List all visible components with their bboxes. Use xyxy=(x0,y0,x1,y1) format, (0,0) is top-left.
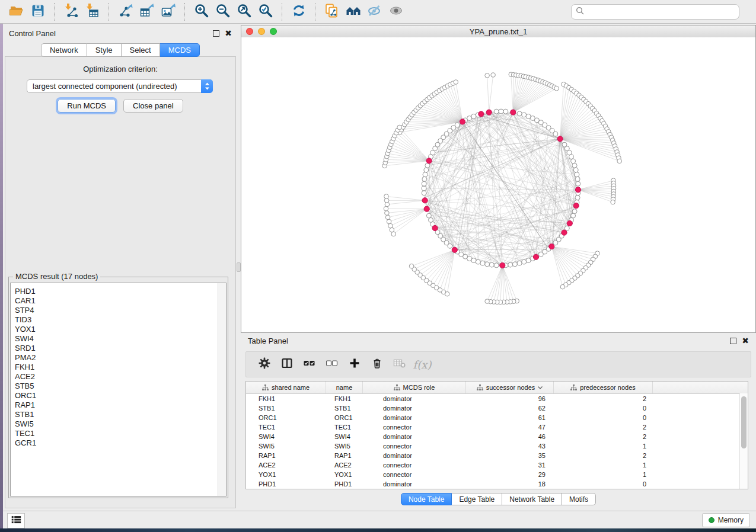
mcds-list-scrollbar[interactable] xyxy=(218,283,226,496)
close-window-icon[interactable] xyxy=(246,28,253,35)
tab-network[interactable]: Network xyxy=(41,43,87,57)
table-toolbar: f(x) xyxy=(245,351,751,377)
show-graphics-button[interactable] xyxy=(385,2,407,21)
column-visibility-button[interactable] xyxy=(276,354,298,374)
float-panel-icon[interactable] xyxy=(213,30,219,37)
select-stepper-icon xyxy=(201,79,213,93)
delete-column-button[interactable] xyxy=(366,354,388,374)
column-header-shared-name[interactable]: shared name xyxy=(246,382,326,393)
table-scrollbar[interactable] xyxy=(739,393,748,489)
zoom-selected-button[interactable] xyxy=(255,2,276,21)
network-view-window: YPA_prune.txt_1 xyxy=(241,25,756,333)
mcds-result-item[interactable]: PHD1 xyxy=(15,287,218,296)
mcds-result-item[interactable]: RAP1 xyxy=(15,400,218,410)
column-header-successor-nodes[interactable]: successor nodes xyxy=(466,382,554,393)
mcds-result-list[interactable]: PHD1CAR1STP4TID3YOX1SWI4SRD1PMA2FKH1ACE2… xyxy=(11,283,218,496)
tab-mcds[interactable]: MCDS xyxy=(160,43,200,57)
task-history-button[interactable] xyxy=(7,513,25,528)
network-window-titlebar[interactable]: YPA_prune.txt_1 xyxy=(241,25,755,38)
column-header-predecessor-nodes[interactable]: predecessor nodes xyxy=(554,382,653,393)
mcds-result-item[interactable]: SRD1 xyxy=(15,344,218,353)
import-table-button[interactable] xyxy=(82,2,103,21)
status-bar: Memory xyxy=(3,511,756,529)
optimization-criterion-select[interactable]: largest connected component (undirected) xyxy=(27,79,213,93)
run-mcds-button[interactable]: Run MCDS xyxy=(58,99,116,113)
unchecked-boxes-icon xyxy=(326,357,338,371)
table-tabs: Node TableEdge TableNetwork TableMotifs xyxy=(401,493,596,505)
table-row[interactable]: ORC1ORC1dominator610 xyxy=(246,413,748,422)
mcds-result-item[interactable]: PMA2 xyxy=(15,353,218,363)
mcds-result-item[interactable]: CAR1 xyxy=(15,296,218,306)
floppy-disk-icon xyxy=(30,3,46,21)
mcds-result-item[interactable]: GCR1 xyxy=(15,438,218,448)
toolbar-separator xyxy=(184,3,186,21)
table-row[interactable]: FKH1FKH1dominator962 xyxy=(246,394,748,403)
tab-style[interactable]: Style xyxy=(87,43,122,57)
table-row[interactable]: SWI4SWI4dominator462 xyxy=(246,432,748,441)
mcds-result-item[interactable]: STB5 xyxy=(15,382,218,391)
network-canvas[interactable] xyxy=(241,37,755,332)
deselect-all-button[interactable] xyxy=(321,354,343,374)
mcds-result-item[interactable]: ACE2 xyxy=(15,372,218,382)
toolbar-separator xyxy=(109,3,110,21)
memory-button[interactable]: Memory xyxy=(702,513,750,527)
tab-network-table[interactable]: Network Table xyxy=(502,493,562,505)
column-header-mcds-role[interactable]: MCDS role xyxy=(363,382,466,393)
save-session-button[interactable] xyxy=(27,2,49,21)
mcds-result-item[interactable]: STP4 xyxy=(15,306,218,315)
table-row[interactable]: ACE2ACE2connector311 xyxy=(246,460,748,470)
close-panel-icon[interactable]: ✖ xyxy=(225,29,232,37)
table-row[interactable]: TEC1TEC1connector472 xyxy=(246,422,748,432)
add-column-button[interactable] xyxy=(343,354,366,374)
export-image-button[interactable] xyxy=(158,2,179,21)
table-row[interactable]: YOX1YOX1connector291 xyxy=(246,470,748,479)
search-box[interactable] xyxy=(571,4,739,20)
mcds-result-item[interactable]: SWI5 xyxy=(15,419,218,429)
mcds-result-item[interactable]: YOX1 xyxy=(15,325,218,334)
splitter-handle[interactable] xyxy=(237,262,241,272)
clone-network-button[interactable] xyxy=(321,2,343,21)
minimize-window-icon[interactable] xyxy=(258,28,265,35)
tab-select[interactable]: Select xyxy=(122,43,160,57)
hide-graphics-button[interactable] xyxy=(364,2,385,21)
desktop-background-bottom xyxy=(0,528,756,532)
gear-icon xyxy=(259,357,270,371)
export-table-button[interactable] xyxy=(136,2,158,21)
refresh-layout-button[interactable] xyxy=(288,2,310,21)
delete-table-button[interactable] xyxy=(388,354,411,374)
function-builder-button[interactable]: f(x) xyxy=(411,354,433,374)
select-all-button[interactable] xyxy=(298,354,321,374)
search-input[interactable] xyxy=(587,7,735,17)
table-settings-button[interactable] xyxy=(253,354,276,374)
maximize-window-icon[interactable] xyxy=(270,28,277,35)
tab-edge-table[interactable]: Edge Table xyxy=(452,493,502,505)
main-toolbar xyxy=(0,0,756,24)
mcds-result-item[interactable]: STB1 xyxy=(15,410,218,419)
table-row[interactable]: RAP1RAP1dominator352 xyxy=(246,451,748,460)
mcds-result-item[interactable]: TID3 xyxy=(15,315,218,325)
zoom-in-button[interactable] xyxy=(191,2,212,21)
network-graph[interactable] xyxy=(241,37,755,332)
mcds-result-item[interactable]: SWI4 xyxy=(15,334,218,344)
zoom-out-button[interactable] xyxy=(212,2,234,21)
float-table-panel-icon[interactable] xyxy=(730,338,736,344)
table-row[interactable]: SWI5SWI5connector431 xyxy=(246,441,748,451)
open-file-button[interactable] xyxy=(6,2,27,21)
close-panel-button[interactable]: Close panel xyxy=(123,99,183,113)
mcds-result-item[interactable]: FKH1 xyxy=(15,363,218,372)
table-scrollbar-thumb[interactable] xyxy=(741,396,747,448)
desktop-background-left xyxy=(0,24,3,532)
column-header-name[interactable]: name xyxy=(326,382,363,393)
export-network-button[interactable] xyxy=(115,2,136,21)
table-row[interactable]: STB1STB1dominator620 xyxy=(246,403,748,413)
mcds-result-item[interactable]: TEC1 xyxy=(15,429,218,438)
first-neighbors-button[interactable] xyxy=(343,2,364,21)
import-table-icon xyxy=(85,3,100,21)
table-row[interactable]: PHD1PHD1dominator180 xyxy=(246,479,748,489)
tab-node-table[interactable]: Node Table xyxy=(401,493,452,505)
close-table-panel-icon[interactable]: ✖ xyxy=(742,336,749,345)
import-network-button[interactable] xyxy=(60,2,82,21)
mcds-result-item[interactable]: ORC1 xyxy=(15,391,218,400)
tab-motifs[interactable]: Motifs xyxy=(562,493,596,505)
zoom-fit-button[interactable] xyxy=(234,2,255,21)
